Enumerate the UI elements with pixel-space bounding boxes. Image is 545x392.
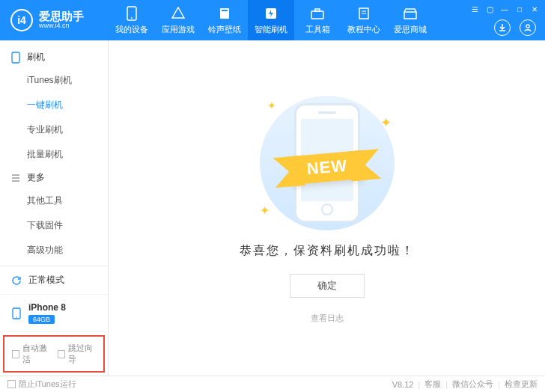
sparkle-icon: ✦ bbox=[380, 114, 392, 131]
brand-logo[interactable]: i4 爱思助手 www.i4.cn bbox=[0, 9, 109, 31]
nav-my-device[interactable]: 我的设备 bbox=[109, 0, 155, 40]
view-log-link[interactable]: 查看日志 bbox=[311, 313, 344, 324]
user-profile-button[interactable] bbox=[520, 19, 536, 36]
sidebar-item-batch-flash[interactable]: 批量刷机 bbox=[0, 142, 108, 167]
nav-flash[interactable]: 智能刷机 bbox=[248, 0, 294, 40]
sidebar-section-flash[interactable]: 刷机 bbox=[0, 46, 108, 68]
sidebar-item-pro-flash[interactable]: 专业刷机 bbox=[0, 117, 108, 142]
sidebar: 刷机 iTunes刷机 一键刷机 专业刷机 批量刷机 更多 其他工具 下载固件 … bbox=[0, 40, 109, 376]
sidebar-item-other-tools[interactable]: 其他工具 bbox=[0, 189, 108, 213]
device-mode-label: 正常模式 bbox=[28, 274, 64, 287]
nav-apps[interactable]: 应用游戏 bbox=[155, 0, 201, 40]
checkbox-icon bbox=[12, 350, 19, 358]
shop-icon bbox=[403, 6, 418, 21]
flash-options-highlight: 自动激活 跳过向导 bbox=[3, 335, 105, 373]
sidebar-item-oneclick-flash[interactable]: 一键刷机 bbox=[0, 93, 108, 117]
sidebar-item-itunes-flash[interactable]: iTunes刷机 bbox=[0, 68, 108, 93]
book-icon bbox=[356, 6, 371, 21]
refresh-icon bbox=[10, 275, 22, 287]
version-label: V8.12 bbox=[392, 380, 414, 389]
list-icon bbox=[10, 173, 21, 183]
nav-tutorials[interactable]: 教程中心 bbox=[341, 0, 387, 40]
nav-ringtones[interactable]: 铃声壁纸 bbox=[201, 0, 248, 40]
success-illustration: ✦ ✦ ✦ NEW bbox=[252, 92, 402, 234]
status-bar: 阻止iTunes运行 V8.12 | 客服 | 微信公众号 | 检查更新 bbox=[0, 376, 545, 392]
sidebar-item-advanced[interactable]: 高级功能 bbox=[0, 238, 108, 263]
svg-point-10 bbox=[526, 25, 529, 28]
sparkle-icon: ✦ bbox=[267, 99, 276, 111]
checkbox-skip-guide[interactable]: 跳过向导 bbox=[58, 343, 96, 365]
footer-update-link[interactable]: 检查更新 bbox=[505, 379, 538, 390]
skin-icon[interactable]: ▢ bbox=[485, 4, 494, 13]
window-controls: ☰ ▢ — □ ✕ bbox=[470, 4, 539, 13]
checkbox-icon bbox=[58, 350, 65, 358]
success-message: 恭喜您，保资料刷机成功啦！ bbox=[240, 243, 415, 259]
new-ribbon-icon: NEW bbox=[290, 150, 363, 185]
svg-rect-5 bbox=[311, 11, 323, 19]
nav-toolbox[interactable]: 工具箱 bbox=[294, 0, 341, 40]
sidebar-section-title: 更多 bbox=[27, 171, 45, 184]
sidebar-item-download-firmware[interactable]: 下载固件 bbox=[0, 213, 108, 238]
svg-point-16 bbox=[16, 316, 17, 318]
brand-subtitle: www.i4.cn bbox=[39, 22, 84, 30]
checkbox-icon bbox=[7, 380, 16, 388]
app-header: i4 爱思助手 www.i4.cn 我的设备 应用游戏 铃声壁纸 智能刷机 工具… bbox=[0, 0, 545, 40]
sparkle-icon: ✦ bbox=[260, 203, 270, 218]
svg-rect-11 bbox=[12, 52, 19, 63]
svg-rect-6 bbox=[315, 9, 320, 11]
brand-title: 爱思助手 bbox=[39, 10, 84, 23]
footer-support-link[interactable]: 客服 bbox=[424, 379, 441, 390]
sidebar-section-title: 刷机 bbox=[27, 51, 45, 64]
close-button[interactable]: ✕ bbox=[530, 4, 539, 13]
download-button[interactable] bbox=[494, 19, 511, 36]
confirm-button[interactable]: 确定 bbox=[290, 274, 365, 298]
apps-icon bbox=[171, 6, 186, 21]
top-nav: 我的设备 应用游戏 铃声壁纸 智能刷机 工具箱 教程中心 爱思商城 bbox=[109, 0, 433, 40]
sidebar-section-more[interactable]: 更多 bbox=[0, 167, 108, 189]
logo-badge-icon: i4 bbox=[10, 9, 33, 31]
main-content: ✦ ✦ ✦ NEW 恭喜您，保资料刷机成功啦！ 确定 查看日志 bbox=[109, 40, 545, 376]
footer-wechat-link[interactable]: 微信公众号 bbox=[452, 379, 493, 390]
flash-icon bbox=[264, 6, 278, 21]
toolbox-icon bbox=[310, 6, 325, 21]
device-phone-icon bbox=[10, 307, 22, 319]
svg-rect-3 bbox=[222, 10, 228, 11]
user-area bbox=[494, 19, 536, 36]
svg-point-1 bbox=[131, 17, 133, 19]
connected-device[interactable]: iPhone 8 64GB bbox=[0, 295, 108, 332]
cart-icon[interactable]: ☰ bbox=[470, 4, 479, 13]
checkbox-auto-activate[interactable]: 自动激活 bbox=[12, 343, 50, 365]
maximize-button[interactable]: □ bbox=[515, 4, 524, 13]
nav-shop[interactable]: 爱思商城 bbox=[387, 0, 433, 40]
phone-outline-icon bbox=[10, 52, 21, 63]
music-icon bbox=[217, 6, 232, 21]
device-storage-badge: 64GB bbox=[28, 315, 55, 324]
device-mode[interactable]: 正常模式 bbox=[0, 266, 108, 295]
minimize-button[interactable]: — bbox=[500, 4, 509, 13]
phone-icon bbox=[124, 6, 139, 21]
checkbox-block-itunes[interactable]: 阻止iTunes运行 bbox=[7, 379, 76, 390]
device-name: iPhone 8 bbox=[28, 302, 66, 313]
